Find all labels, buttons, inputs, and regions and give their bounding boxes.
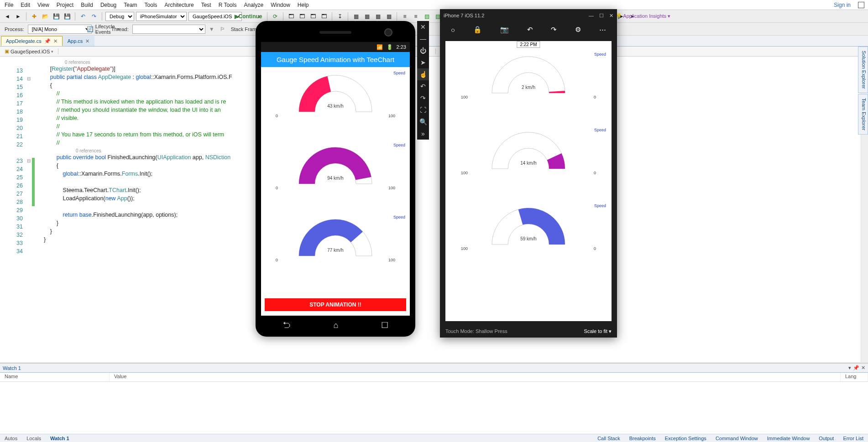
undo-icon[interactable]: ↶: [78, 12, 88, 21]
status-exception-settings[interactable]: Exception Settings: [660, 436, 711, 441]
emu-zoom-icon[interactable]: 🔍: [417, 116, 429, 128]
thread-filter-icon[interactable]: ▼: [207, 25, 216, 34]
menu-test[interactable]: Test: [198, 1, 215, 9]
ios-home-icon[interactable]: ○: [451, 26, 455, 34]
emu-more-icon[interactable]: »: [417, 128, 429, 140]
menu-edit[interactable]: Edit: [17, 1, 34, 9]
comment-icon[interactable]: ▤: [422, 12, 431, 21]
menu-architecture[interactable]: Architecture: [161, 1, 198, 9]
close-icon[interactable]: ✕: [53, 38, 58, 44]
ios-scale-combo[interactable]: Scale to fit ▾: [584, 328, 612, 334]
emu-rotate-cw-icon[interactable]: ↷: [417, 92, 429, 104]
browsers3-icon[interactable]: 🗔: [309, 12, 318, 21]
sign-in-link[interactable]: Sign in: [829, 1, 855, 9]
android-recent-icon[interactable]: ☐: [381, 320, 388, 330]
side-team-explorer[interactable]: Team Explorer: [858, 94, 868, 135]
menu-analyze[interactable]: Analyze: [240, 1, 267, 9]
layout2-icon[interactable]: ▦: [362, 12, 371, 21]
ios-max-icon[interactable]: ☐: [599, 13, 604, 19]
config-combo[interactable]: Debug: [105, 12, 134, 21]
menu-project[interactable]: Project: [53, 1, 77, 9]
android-home-icon[interactable]: ⌂: [334, 321, 339, 330]
status-output[interactable]: Output: [814, 436, 838, 441]
ios-more-icon[interactable]: ⋯: [599, 26, 606, 34]
process-combo[interactable]: [N/A] Mono: [28, 25, 92, 34]
open-file-icon[interactable]: 📂: [41, 12, 50, 21]
ios-min-icon[interactable]: —: [589, 13, 594, 19]
nav-left[interactable]: ▣GaugeSpeed.iOS▾: [0, 48, 58, 54]
refresh-icon[interactable]: ⟳: [271, 12, 280, 21]
menu-team[interactable]: Team: [120, 1, 141, 9]
status-error-list[interactable]: Error List: [838, 436, 868, 441]
ios-rotcw-icon[interactable]: ↷: [551, 26, 557, 34]
status-command-window[interactable]: Command Window: [711, 436, 763, 441]
layout-icon[interactable]: ▦: [351, 12, 361, 21]
appinsights-button[interactable]: 💡 Application Insights ▾: [638, 12, 648, 21]
emu-pointer-icon[interactable]: ➤: [417, 57, 429, 68]
tab-app-cs[interactable]: App.cs✕: [63, 36, 95, 46]
new-file-icon[interactable]: ✚: [30, 12, 39, 21]
continue-drop-icon[interactable]: ▾: [255, 12, 264, 21]
watch-drop-icon[interactable]: ▾: [848, 365, 851, 371]
menu-r-tools[interactable]: R Tools: [215, 1, 241, 9]
menu-build[interactable]: Build: [77, 1, 97, 9]
save-all-icon[interactable]: 💾: [63, 12, 72, 21]
menu-file[interactable]: File: [1, 1, 17, 9]
browsers4-icon[interactable]: 🗔: [319, 12, 329, 21]
close-icon[interactable]: ✕: [85, 38, 89, 44]
code-editor[interactable]: 1314151617181920212223242526272829303132…: [0, 57, 868, 362]
ios-settings-icon[interactable]: ⚙: [575, 26, 581, 34]
bottom-tab-locals[interactable]: Locals: [22, 436, 46, 441]
col-value[interactable]: Value: [110, 373, 841, 381]
col-lang[interactable]: Lang: [841, 373, 868, 381]
indent-icon[interactable]: ≡: [400, 12, 409, 21]
watch-rows[interactable]: [0, 382, 868, 434]
menu-debug[interactable]: Debug: [97, 1, 120, 9]
stop-animation-button[interactable]: STOP ANIMATION !!: [265, 298, 406, 311]
bottom-tab-watch-1[interactable]: Watch 1: [46, 436, 74, 441]
indent2-icon[interactable]: ≡: [411, 12, 420, 21]
step-icon[interactable]: ↧: [335, 12, 345, 21]
browsers2-icon[interactable]: 🗔: [298, 12, 307, 21]
emu-close-icon[interactable]: ✕: [417, 21, 429, 33]
thread-combo[interactable]: [132, 25, 205, 34]
pin-icon[interactable]: 📌: [44, 38, 51, 44]
platform-combo[interactable]: iPhoneSimulator: [136, 12, 187, 21]
tab-appdelegate-cs[interactable]: AppDelegate.cs📌✕: [1, 36, 63, 46]
ios-close-icon[interactable]: ✕: [609, 13, 613, 19]
status-immediate-window[interactable]: Immediate Window: [763, 436, 815, 441]
watch-pin-icon[interactable]: 📌: [853, 365, 859, 371]
emu-fit-icon[interactable]: ⛶: [417, 104, 429, 116]
notification-icon[interactable]: [858, 2, 864, 8]
browsers-icon[interactable]: 🗔: [287, 12, 296, 21]
ios-device-screen[interactable]: 2:22 PM Speed 2 km/h 100 0 Speed 14 km/h…: [445, 41, 612, 321]
save-icon[interactable]: 💾: [52, 12, 61, 21]
emu-touch-icon[interactable]: ☝: [417, 68, 429, 80]
thread-flag-icon[interactable]: 🏳: [218, 25, 227, 34]
nav-back-icon[interactable]: ◄: [3, 12, 12, 21]
redo-icon[interactable]: ↷: [89, 12, 99, 21]
android-screen[interactable]: 📶 🔋 2:23 Gauge Speed Animation with TeeC…: [261, 42, 410, 316]
nav-fwd-icon[interactable]: ►: [14, 12, 23, 21]
continue-button[interactable]: ▶ Continue: [244, 12, 253, 21]
fold-gutter[interactable]: ⊟⊟: [26, 57, 32, 362]
emu-minimize-icon[interactable]: —: [417, 33, 429, 45]
status-call-stack[interactable]: Call Stack: [593, 436, 625, 441]
emu-power-icon[interactable]: ⏻: [417, 45, 429, 57]
ios-lock-icon[interactable]: 🔒: [473, 26, 482, 34]
watch-close-icon[interactable]: ✕: [861, 365, 865, 371]
menu-help[interactable]: Help: [294, 1, 313, 9]
side-solution-explorer[interactable]: Solution Explorer: [858, 47, 868, 93]
bottom-tab-autos[interactable]: Autos: [0, 436, 22, 441]
menu-view[interactable]: View: [34, 1, 53, 9]
status-breakpoints[interactable]: Breakpoints: [625, 436, 660, 441]
android-back-icon[interactable]: ⮌: [282, 321, 291, 330]
menu-window[interactable]: Window: [267, 1, 294, 9]
layout3-icon[interactable]: ▦: [373, 12, 382, 21]
menu-tools[interactable]: Tools: [141, 1, 161, 9]
ios-screenshot-icon[interactable]: 📷: [500, 26, 509, 34]
col-name[interactable]: Name: [0, 373, 110, 381]
emu-rotate-ccw-icon[interactable]: ↶: [417, 80, 429, 92]
lifecycle-icon[interactable]: 🔄 Lifecycle Events ▾: [99, 25, 108, 34]
layout4-icon[interactable]: ▦: [384, 12, 393, 21]
